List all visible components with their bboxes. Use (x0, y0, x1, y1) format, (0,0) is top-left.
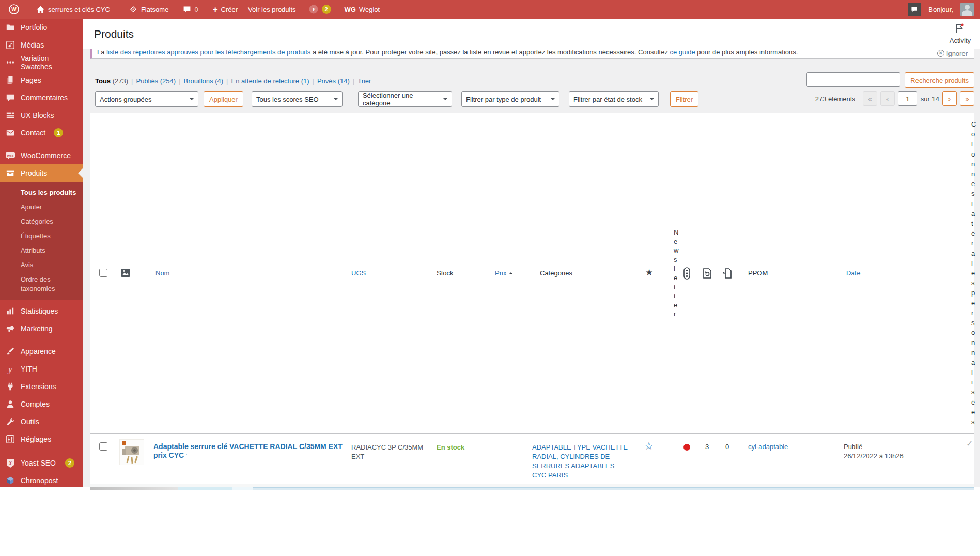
new-content-label: Créer (221, 6, 238, 13)
chevron-down-icon (443, 98, 447, 102)
weglot-menu[interactable]: WG Weglot (339, 0, 385, 19)
notice-directory-link[interactable]: liste des répertoires approuvés pour les… (106, 48, 310, 56)
status-publies[interactable]: Publiés (254) (136, 77, 176, 85)
contact-badge: 1 (54, 128, 63, 137)
prev-page-button[interactable]: ‹ (880, 91, 895, 106)
feature-toggle-star-icon[interactable]: ☆ (644, 440, 654, 452)
submenu-ordre-des-taxonomies[interactable]: Ordre des taxonomies (0, 272, 83, 296)
image-column-icon (120, 268, 131, 277)
bulk-actions-select[interactable]: Actions groupées (95, 91, 198, 107)
sidebar-item-produits[interactable]: Produits (0, 164, 83, 182)
sidebar-item-extensions[interactable]: Extensions (0, 378, 83, 395)
status-trier[interactable]: Trier (357, 77, 371, 85)
notice-guide-link[interactable]: ce guide (670, 48, 695, 56)
last-page-button[interactable]: » (960, 91, 974, 106)
current-page-input[interactable] (898, 91, 917, 106)
sidebar-item-portfolio[interactable]: Portfolio (0, 19, 83, 36)
column-header-newsletter: Newsletter (674, 228, 674, 319)
view-products-link[interactable]: Voir les produits (243, 0, 301, 19)
apply-button[interactable]: Appliquer (204, 91, 243, 107)
sidebar-item-comptes[interactable]: Comptes (0, 395, 83, 413)
submenu-tous-les-produits[interactable]: Tous les produits (0, 186, 83, 200)
status-brouillons[interactable]: Brouillons (4) (183, 77, 223, 85)
featured-star-column-icon[interactable]: ★ (645, 267, 653, 278)
yoast-menu[interactable]: Y 2 (303, 0, 336, 19)
flatsome-menu[interactable]: Flatsome (123, 0, 174, 19)
product-name-link[interactable]: Adaptable serrure clé VACHETTE RADIAL C/… (153, 442, 345, 460)
column-header-prix[interactable]: Prix (495, 269, 513, 277)
activity-label: Activity (950, 37, 971, 44)
sidebar-item-statistiques[interactable]: Statistiques (0, 302, 83, 320)
product-thumbnail[interactable] (119, 439, 144, 465)
submenu-attributs[interactable]: Attributs (0, 243, 83, 258)
row-select-checkbox[interactable] (99, 442, 107, 451)
produits-submenu: Tous les produits Ajouter Catégories Éti… (0, 182, 83, 300)
sidebar-item-outils[interactable]: Outils (0, 413, 83, 430)
select-all-checkbox[interactable] (99, 269, 107, 277)
plus-icon: + (213, 5, 218, 14)
column-header-ppom: PPOM (748, 269, 768, 277)
status-prives[interactable]: Privés (14) (317, 77, 350, 85)
submenu-ajouter[interactable]: Ajouter (0, 200, 83, 214)
column-header-categories: Catégories (540, 269, 572, 277)
export-count: 0 (725, 442, 729, 452)
export-column-icon (722, 268, 733, 279)
sidebar-item-yith[interactable]: y YITH (0, 360, 83, 378)
next-page-button[interactable]: › (942, 91, 957, 106)
ux-blocks-icon (5, 110, 15, 120)
sidebar-item-variation-swatches[interactable]: Variation Swatches (0, 54, 83, 71)
sidebar-item-chronopost[interactable]: Chronopost (0, 472, 83, 487)
woocommerce-icon: Woo (5, 150, 15, 161)
submenu-avis[interactable]: Avis (0, 258, 83, 272)
sidebar-item-marketing[interactable]: Marketing (0, 320, 83, 337)
pinned-comment-icon[interactable] (908, 3, 921, 16)
product-type-select[interactable]: Filtrer par type de produit (461, 91, 559, 107)
sidebar-item-ux-blocks[interactable]: UX Blocks (0, 106, 83, 124)
stock-state-select[interactable]: Filtrer par état de stock (569, 91, 659, 107)
home-icon (36, 5, 45, 14)
date-value: 26/12/2022 à 13h26 (844, 452, 904, 460)
first-page-button[interactable]: « (863, 91, 877, 106)
sidebar-item-commentaires[interactable]: Commentaires (0, 89, 83, 106)
submenu-categories[interactable]: Catégories (0, 214, 83, 229)
submenu-etiquettes[interactable]: Étiquettes (0, 229, 83, 243)
seo-scores-select[interactable]: Tous les scores SEO (252, 91, 343, 107)
products-table: Nom UGS Stock Prix Catégories ★ Newslett… (90, 113, 974, 487)
category-select[interactable]: Sélectionner une catégorie (358, 91, 452, 107)
sidebar-item-medias[interactable]: Médias (0, 36, 83, 54)
sidebar-item-apparence[interactable]: Apparence (0, 343, 83, 360)
chevron-down-icon (650, 98, 654, 102)
notice-text: La liste des répertoires approuvés pour … (97, 48, 937, 58)
sidebar-item-contact[interactable]: Contact 1 (0, 124, 83, 142)
comments-menu[interactable]: 0 (178, 0, 203, 19)
column-header-side-columns: Colonnes latérales personnalisées (971, 119, 972, 427)
user-avatar[interactable] (960, 3, 974, 16)
filter-button[interactable]: Filtrer (670, 91, 698, 107)
site-menu[interactable]: serrures et clés CYC (31, 0, 115, 19)
column-header-ugs[interactable]: UGS (351, 269, 366, 277)
column-header-date[interactable]: Date (846, 269, 860, 277)
sort-ascending-icon (509, 270, 513, 274)
product-ppom[interactable]: cyl-adaptable (748, 442, 788, 452)
side-columns-checkmark: ✓ (966, 439, 973, 449)
product-categories: ADAPTABLE TYPE VACHETTE RADIAL, CYLINDRE… (532, 443, 628, 480)
sidebar-item-pages[interactable]: Pages (0, 71, 83, 89)
activity-panel-button[interactable]: Activity (950, 23, 971, 44)
sidebar-item-yoast-seo[interactable]: Y Yoast SEO 2 (0, 454, 83, 472)
dismiss-notice-button[interactable]: ✕ Ignorer (937, 48, 968, 58)
pages-icon (5, 75, 15, 85)
comments-count: 0 (194, 6, 198, 13)
column-header-nom[interactable]: Nom (155, 269, 169, 277)
chevron-down-icon (551, 98, 555, 102)
sidebar-item-reglages[interactable]: Réglages (0, 430, 83, 448)
status-en-attente[interactable]: En attente de relecture (1) (231, 77, 309, 85)
settings-sliders-icon (5, 434, 15, 444)
new-content-menu[interactable]: + Créer (208, 0, 243, 19)
search-products-button[interactable]: Recherche produits (905, 72, 974, 88)
chronopost-cube-icon (5, 475, 15, 486)
wp-logo-menu[interactable]: W (0, 0, 25, 19)
page-title: Produits (94, 28, 134, 40)
status-tous[interactable]: Tous (273) (95, 77, 128, 85)
product-search-input[interactable] (806, 72, 900, 87)
sidebar-item-woocommerce[interactable]: Woo WooCommerce (0, 147, 83, 164)
